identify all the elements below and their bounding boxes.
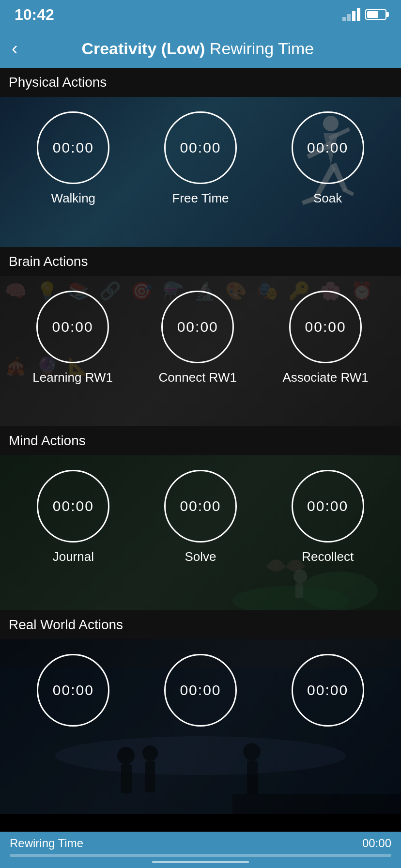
physical-timers-row: 00:00 Walking 00:00 Free Time 00:00 Soak	[0, 97, 401, 206]
timer-associate-rw1[interactable]: 00:00 Associate RW1	[282, 291, 368, 385]
mind-timers-row: 00:00 Journal 00:00 Solve 00:00 Recollec…	[0, 455, 401, 564]
bottom-bar-row: Rewiring Time 00:00	[10, 837, 391, 850]
timer-value-rw2: 00:00	[180, 682, 221, 698]
timer-rw-3[interactable]: 00:00	[292, 654, 364, 727]
timer-value-free-time: 00:00	[180, 140, 221, 156]
title-bold: Creativity (Low)	[81, 39, 205, 58]
mind-section-panel: 00:00 Journal 00:00 Solve 00:00 Recollec…	[0, 455, 401, 610]
timer-value-recollect: 00:00	[307, 498, 348, 514]
timer-label-associate: Associate RW1	[282, 370, 368, 385]
timer-circle-walking: 00:00	[37, 111, 109, 184]
page-title: Creativity (Low) Rewiring Time	[26, 39, 370, 58]
timer-circle-free-time: 00:00	[164, 111, 237, 184]
timer-circle-rw3: 00:00	[292, 654, 364, 727]
timer-value-rw3: 00:00	[307, 682, 348, 698]
status-icons	[342, 8, 386, 21]
timer-value-connect: 00:00	[177, 319, 218, 335]
timer-circle-soak: 00:00	[292, 111, 364, 184]
mind-section-label: Mind Actions	[9, 433, 86, 448]
timer-value-associate: 00:00	[305, 319, 346, 335]
brain-section-panel: 🧠💡📚🔗🎯 ⚗️🔬🎨🎭🔑 🌸⏰🎪🔮📐 00:00 Learning RW1 00…	[0, 276, 401, 426]
rewiring-time-value: 00:00	[362, 837, 391, 850]
physical-section-header: Physical Actions	[0, 68, 401, 97]
status-time: 10:42	[15, 6, 54, 24]
timer-solve[interactable]: 00:00 Solve	[164, 470, 237, 564]
physical-section-panel: 00:00 Walking 00:00 Free Time 00:00 Soak	[0, 97, 401, 247]
physical-section-label: Physical Actions	[9, 75, 107, 90]
timer-circle-journal: 00:00	[37, 470, 109, 542]
home-indicator	[152, 861, 249, 863]
timer-label-learning: Learning RW1	[32, 370, 113, 385]
timer-walking[interactable]: 00:00 Walking	[37, 111, 109, 206]
timer-circle-recollect: 00:00	[292, 470, 364, 542]
timer-soak[interactable]: 00:00 Soak	[292, 111, 364, 206]
brain-section-label: Brain Actions	[9, 254, 88, 269]
status-bar: 10:42	[0, 0, 401, 29]
realworld-section-header: Real World Actions	[0, 610, 401, 639]
timer-free-time[interactable]: 00:00 Free Time	[164, 111, 237, 206]
timer-value-journal: 00:00	[53, 498, 94, 514]
timer-circle-learning: 00:00	[36, 291, 109, 363]
title-regular: Rewiring Time	[205, 39, 314, 58]
timer-circle-associate: 00:00	[289, 291, 362, 363]
header: ‹ Creativity (Low) Rewiring Time	[0, 29, 401, 68]
timer-label-solve: Solve	[185, 549, 216, 564]
timer-value-soak: 00:00	[307, 140, 348, 156]
realworld-section-panel: 00:00 00:00 00:00	[0, 639, 401, 814]
timer-value-rw1: 00:00	[53, 682, 94, 698]
timer-circle-rw2: 00:00	[164, 654, 237, 727]
timer-value-solve: 00:00	[180, 498, 221, 514]
realworld-timers-row: 00:00 00:00 00:00	[0, 639, 401, 746]
timer-label-free-time: Free Time	[172, 191, 229, 206]
timer-label-journal: Journal	[53, 549, 94, 564]
timer-label-walking: Walking	[51, 191, 96, 206]
timer-circle-rw1: 00:00	[37, 654, 109, 727]
timer-label-connect: Connect RW1	[159, 370, 237, 385]
timer-circle-solve: 00:00	[164, 470, 237, 542]
signal-icon	[342, 8, 360, 21]
timer-label-soak: Soak	[313, 191, 342, 206]
timer-connect-rw1[interactable]: 00:00 Connect RW1	[159, 291, 237, 385]
brain-timers-row: 00:00 Learning RW1 00:00 Connect RW1 00:…	[0, 276, 401, 385]
timer-learning-rw1[interactable]: 00:00 Learning RW1	[32, 291, 113, 385]
battery-icon	[365, 9, 386, 20]
timer-value-walking: 00:00	[53, 140, 94, 156]
bottom-bar: Rewiring Time 00:00	[0, 832, 401, 868]
timer-label-recollect: Recollect	[302, 549, 354, 564]
brain-section-header: Brain Actions	[0, 247, 401, 276]
mind-section-header: Mind Actions	[0, 426, 401, 455]
timer-journal[interactable]: 00:00 Journal	[37, 470, 109, 564]
progress-bar	[10, 854, 391, 857]
rewiring-time-label: Rewiring Time	[10, 837, 83, 850]
timer-value-learning: 00:00	[52, 319, 93, 335]
timer-rw-1[interactable]: 00:00	[37, 654, 109, 727]
realworld-section-label: Real World Actions	[9, 617, 123, 632]
back-button[interactable]: ‹	[12, 39, 18, 58]
timer-recollect[interactable]: 00:00 Recollect	[292, 470, 364, 564]
timer-circle-connect: 00:00	[161, 291, 234, 363]
timer-rw-2[interactable]: 00:00	[164, 654, 237, 727]
